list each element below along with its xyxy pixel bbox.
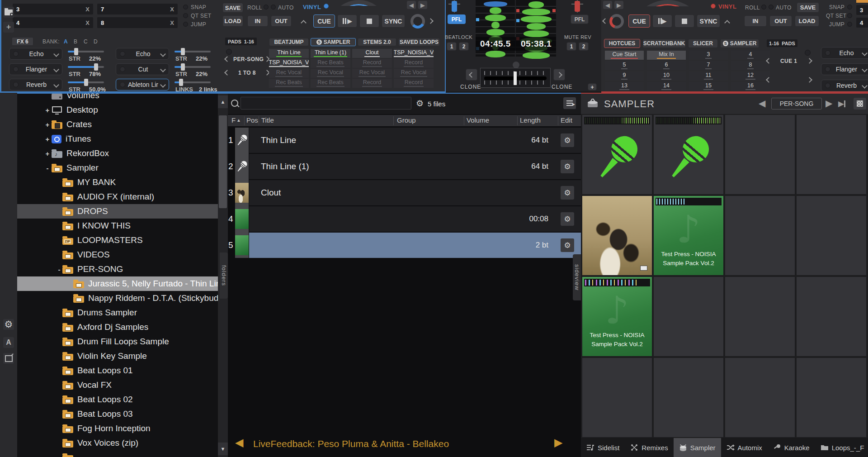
pause-play-button[interactable]: ▶ — [652, 14, 672, 28]
sampler-pad[interactable] — [582, 196, 652, 275]
bank-b-button[interactable]: B — [74, 38, 77, 45]
cue-button[interactable]: CUE — [628, 14, 650, 28]
hotcue-pad-cell[interactable]: Mix In — [647, 51, 686, 60]
sampler-pad-cell[interactable]: TSP_NOISIA_V — [269, 59, 309, 68]
sampler-pad-cell[interactable]: Thin Line — [269, 49, 309, 58]
folder-tree[interactable]: Volumes + Desktop + Crates + iTu — [17, 94, 218, 457]
tree-item[interactable]: Jurassic 5, Nelly Furtado - Thin Line — [17, 276, 218, 291]
sampler-pad-cell[interactable]: Rec Beats — [269, 79, 309, 88]
cue-slot-7[interactable]: 7X — [97, 4, 178, 14]
tab-karaoke[interactable]: Karaoke — [768, 438, 815, 457]
table-row[interactable]: 3 Clout ⚙ — [228, 180, 581, 205]
pads-page-label[interactable]: 1 TO 8 — [238, 70, 256, 76]
cue-slot-8[interactable]: 8X — [97, 17, 178, 28]
bank-d-button[interactable]: D — [94, 38, 98, 45]
hotcue-pad-cell[interactable]: 3 — [689, 51, 728, 60]
sampler-pad-cell[interactable]: Clout — [352, 49, 392, 58]
row-settings-button[interactable]: ⚙ — [561, 238, 574, 252]
fx-slot-2-dropdown[interactable]: Flanger — [9, 63, 62, 75]
tree-item[interactable]: + iTunes — [17, 132, 218, 146]
pause-play-button[interactable]: ▶ — [337, 14, 357, 28]
tab-automix[interactable]: Automix — [721, 438, 768, 457]
sampler-pad[interactable] — [582, 358, 652, 437]
fx-enable-dot[interactable] — [120, 67, 125, 72]
filter-knob[interactable] — [410, 14, 425, 29]
table-row[interactable]: 4 00:08 ⚙ — [228, 206, 581, 232]
clone-right-button[interactable] — [553, 69, 565, 81]
fx-slot-4-dropdown[interactable]: Echo — [116, 48, 169, 60]
clear-cue-icon[interactable]: X — [85, 6, 90, 13]
tree-item[interactable]: Axford Dj Samples — [17, 320, 218, 334]
tab-loops-folder[interactable]: Loops_-_F — [815, 438, 868, 457]
fx-enable-dot[interactable] — [120, 51, 125, 57]
track-next-button[interactable]: ▶ — [614, 1, 623, 9]
nowplaying-next-icon[interactable]: ▶ — [554, 437, 562, 448]
track-next-button[interactable]: ▶ — [418, 1, 427, 9]
jog-wheel[interactable] — [329, 0, 389, 6]
add-folder-button[interactable]: + — [3, 22, 14, 33]
sampler-pad[interactable]: Test Press - NOISIA Sample Pack Vol.2 — [582, 277, 652, 356]
tab-beatjump[interactable]: BEATJUMP — [269, 38, 309, 46]
table-row[interactable]: 1 Thin Line 64 bt ⚙ — [228, 128, 581, 153]
sampler-pad-cell[interactable]: Record — [394, 59, 434, 68]
roll-toggle[interactable] — [761, 5, 766, 10]
expander[interactable]: + — [44, 121, 51, 129]
bank-prev-button[interactable]: ◀ — [759, 99, 765, 108]
tree-item[interactable]: DROPS — [17, 204, 218, 219]
fx-slot-1-slider[interactable] — [68, 51, 104, 52]
hotcue-pad-cell[interactable]: 14 — [647, 82, 686, 91]
vinyl-toggle[interactable] — [324, 4, 329, 9]
pads-record-dot[interactable] — [226, 49, 232, 55]
hotcue-pad-cell[interactable]: 13 — [605, 82, 644, 91]
tree-item[interactable]: I KNOW THIS — [17, 219, 218, 233]
sideview-tab[interactable]: sideview — [573, 254, 581, 300]
col-group[interactable]: Group — [397, 116, 416, 124]
expander[interactable]: - — [56, 266, 62, 273]
vinyl-toggle[interactable] — [711, 4, 716, 9]
tab-stems[interactable]: STEMS 2.0 — [358, 38, 396, 46]
auto-toggle[interactable] — [769, 5, 774, 10]
col-f[interactable]: F — [231, 116, 236, 124]
sampler-pad[interactable]: Test Press - NOISIA Sample Pack Vol.2 — [654, 196, 723, 275]
scroll-down-button[interactable]: ▼ — [218, 443, 228, 455]
scroll-up-button[interactable]: ▲ — [218, 95, 228, 108]
roll-toggle[interactable] — [264, 5, 269, 10]
tab-sidelist[interactable]: Sidelist — [581, 438, 625, 457]
load-button[interactable]: LOAD — [795, 15, 819, 27]
hotcue-pad-cell[interactable]: 12 — [731, 71, 770, 81]
left-fader-handle[interactable] — [452, 1, 457, 12]
beatlock-2-button[interactable]: 2 — [459, 42, 469, 51]
skip-end-button[interactable]: ▶ — [838, 99, 845, 109]
fx-slot-5-slider[interactable] — [175, 66, 211, 68]
tree-item[interactable]: + Crates — [17, 117, 218, 132]
save-button[interactable]: SAVE — [797, 2, 819, 13]
expander[interactable]: - — [44, 164, 51, 172]
fx-enable-dot[interactable] — [825, 83, 830, 88]
row-settings-button[interactable]: ⚙ — [561, 186, 574, 200]
sampler-pad-cell[interactable]: Rec Vocal — [352, 69, 392, 78]
loop-out-button[interactable]: OUT — [271, 15, 292, 27]
tree-item[interactable]: - Sampler — [17, 161, 218, 175]
hotcue-pad-cell[interactable]: 11 — [689, 71, 728, 81]
sampler-pad-cell[interactable]: Rec Vocal — [269, 69, 309, 78]
table-row[interactable]: 2 Thin Line (1) 64 bt ⚙ — [228, 154, 581, 179]
list-settings-icon[interactable]: ⚙ — [416, 99, 424, 108]
qtset-toggle[interactable] — [847, 13, 852, 18]
fx-slot-1-dropdown[interactable]: Echo — [9, 48, 62, 60]
clone-left-button[interactable] — [466, 69, 477, 81]
cue-selector-label[interactable]: CUE 1 — [780, 58, 797, 64]
hotcue-pad-cell[interactable]: 9 — [605, 71, 644, 81]
fx-slot-4-slider[interactable] — [175, 51, 211, 52]
mute-1-button[interactable]: 1 — [566, 42, 576, 51]
load-button[interactable]: LOAD — [222, 15, 243, 27]
sampler-bank-selector[interactable]: PER-SONG — [771, 98, 822, 109]
snap-toggle[interactable] — [847, 5, 852, 10]
cue-button[interactable]: CUE — [313, 14, 335, 28]
hotcue-pad-cell[interactable]: 7 — [689, 61, 728, 70]
fx-enable-dot[interactable] — [13, 67, 19, 72]
tab-slicer[interactable]: SLICER — [688, 39, 718, 48]
tree-item[interactable]: MY BANK — [17, 175, 218, 190]
bank-a-button[interactable]: A — [64, 38, 68, 45]
cue-record-dot[interactable] — [805, 50, 811, 56]
sampler-pad[interactable] — [797, 115, 866, 194]
